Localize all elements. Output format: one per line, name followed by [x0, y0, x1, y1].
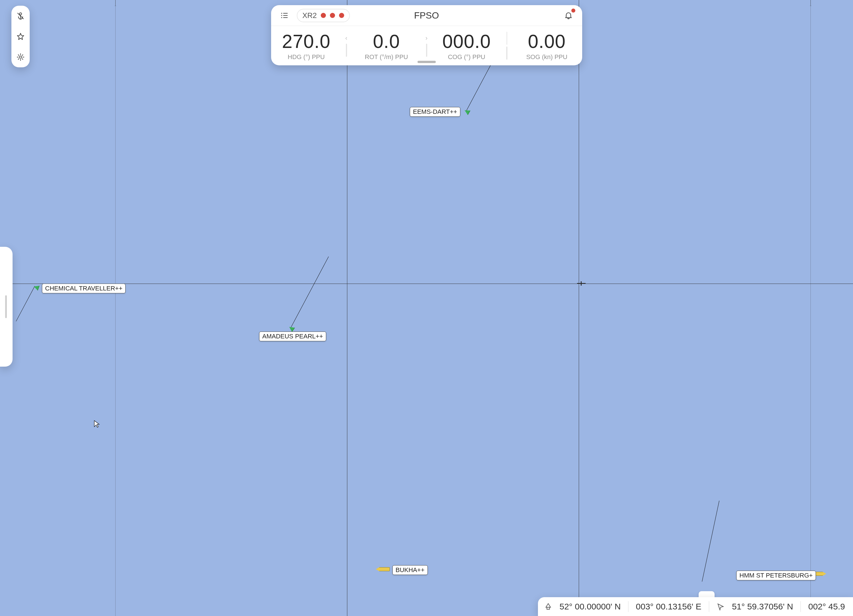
chart-canvas[interactable]: EEMS-DART++ CHEMICAL TRAVELLER++ AMADEUS…	[0, 0, 853, 616]
source-status-pill[interactable]: XR2	[297, 9, 350, 22]
course-line	[291, 256, 329, 327]
chevron-left-icon: ‹	[345, 35, 347, 42]
source-label: XR2	[302, 11, 317, 20]
metric-label: SOG (kn) PPU	[526, 53, 567, 61]
vessel-marker[interactable]	[379, 567, 390, 571]
divider	[800, 601, 801, 612]
svg-point-1	[20, 56, 22, 58]
course-line	[16, 286, 35, 321]
metric-value: 270.0	[282, 30, 331, 52]
grid-line-h	[0, 284, 853, 284]
vessel-label[interactable]: BUKHA++	[392, 565, 428, 575]
cursor-lon: 002° 45.9	[808, 602, 845, 611]
divider	[628, 601, 628, 612]
panel-drag-handle[interactable]	[417, 61, 436, 63]
target-list-button[interactable]	[279, 9, 290, 21]
grid-line-v	[579, 0, 579, 616]
position-status-bar: 52° 00.00000' N 003° 00.13156' E 51° 59.…	[538, 597, 853, 616]
clear-targets-button[interactable]	[13, 9, 28, 23]
favorites-button[interactable]	[13, 29, 28, 44]
drag-handle-icon	[5, 295, 7, 318]
metric-value: 0.00	[528, 30, 566, 52]
vessel-label[interactable]: AMADEUS PEARL++	[259, 332, 326, 341]
status-dot	[330, 13, 335, 18]
chevron-right-icon: ›	[425, 35, 428, 42]
svg-point-3	[281, 15, 282, 16]
nav-data-panel: XR2 FPSO 270.0 HDG (°) PPU ‹ 0.0 ROT (°/…	[271, 5, 582, 65]
grid-line-v	[811, 0, 811, 616]
list-icon	[280, 11, 289, 20]
gear-icon	[16, 53, 25, 61]
course-line	[702, 501, 719, 582]
metric-separator: ‹	[342, 26, 351, 65]
vessel-label[interactable]: CHEMICAL TRAVELLER++	[42, 284, 126, 293]
metric-value: 000.0	[442, 30, 491, 52]
ownship-icon	[544, 602, 552, 611]
metric-value: 0.0	[373, 30, 400, 52]
metric-cog: 000.0 COG (°) PPU	[431, 26, 502, 65]
cursor-position-icon	[716, 602, 725, 611]
metric-sog: 0.00 SOG (kn) PPU	[511, 26, 582, 65]
notification-badge	[571, 8, 576, 13]
metric-label: HDG (°) PPU	[288, 53, 325, 61]
svg-point-2	[281, 13, 282, 14]
side-toolbar	[11, 6, 30, 67]
star-icon	[16, 32, 25, 41]
status-dot	[339, 13, 344, 18]
divider	[709, 601, 709, 612]
cursor-icon	[94, 420, 100, 429]
crossed-anchor-icon	[16, 12, 25, 20]
status-dot	[321, 13, 326, 18]
settings-button[interactable]	[13, 50, 28, 64]
metric-separator	[502, 26, 511, 65]
metric-rot: 0.0 ROT (°/m) PPU	[351, 26, 422, 65]
left-drawer-handle[interactable]	[0, 247, 12, 367]
svg-point-4	[281, 17, 282, 18]
cursor-lat: 51° 59.37056' N	[732, 602, 793, 611]
vessel-label[interactable]: HMM ST PETERSBURG+	[736, 570, 816, 580]
metric-label: ROT (°/m) PPU	[365, 53, 408, 61]
course-line	[466, 61, 493, 111]
metric-hdg: 270.0 HDG (°) PPU	[271, 26, 342, 65]
vessel-label[interactable]: EEMS-DART++	[410, 107, 460, 117]
metric-separator: ›	[422, 26, 431, 65]
ownship-lat: 52° 00.00000' N	[560, 602, 621, 611]
ownship-lon: 003° 00.13156' E	[636, 602, 701, 611]
metric-label: COG (°) PPU	[448, 53, 485, 61]
